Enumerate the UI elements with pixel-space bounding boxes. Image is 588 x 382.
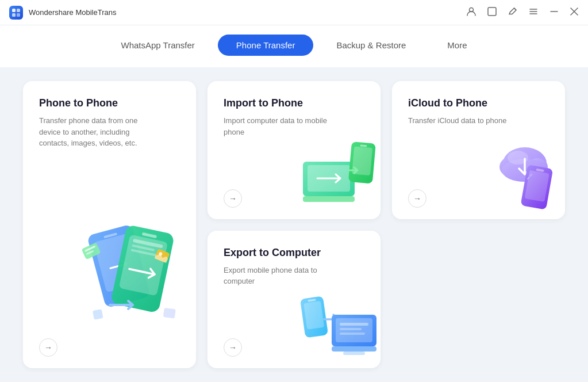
title-bar-left: Wondershare MobileTrans	[9, 6, 116, 20]
svg-rect-50	[340, 328, 362, 330]
window-controls	[466, 6, 579, 19]
card-icloud-to-phone[interactable]: iCloud to Phone Transfer iCloud data to …	[392, 81, 565, 219]
title-bar: Wondershare MobileTrans	[0, 0, 588, 25]
user-icon[interactable]	[466, 6, 476, 19]
close-icon[interactable]	[570, 7, 579, 18]
tab-backup-restore[interactable]: Backup & Restore	[318, 35, 424, 56]
edit-icon[interactable]	[508, 6, 518, 19]
svg-rect-48	[343, 352, 365, 355]
window-icon[interactable]	[487, 6, 497, 19]
card-icloud-arrow[interactable]: →	[408, 189, 426, 208]
import-illustration	[300, 139, 375, 208]
card-export-to-computer[interactable]: Export to Computer Export mobile phone d…	[207, 231, 381, 369]
card-phone-to-phone-desc: Transfer phone data from one device to a…	[39, 115, 143, 149]
export-illustration	[294, 293, 375, 362]
svg-rect-51	[340, 333, 365, 335]
svg-rect-0	[12, 9, 16, 12]
card-export-desc: Export mobile phone data to computer	[224, 265, 327, 287]
card-icloud-desc: Transfer iCloud data to phone	[408, 115, 512, 127]
tab-phone-transfer[interactable]: Phone Transfer	[218, 35, 314, 56]
card-phone-to-phone-title: Phone to Phone	[39, 97, 180, 109]
card-import-arrow[interactable]: →	[224, 189, 242, 208]
svg-rect-30	[303, 196, 355, 202]
svg-rect-49	[340, 323, 368, 326]
card-export-title: Export to Computer	[224, 247, 364, 259]
svg-rect-1	[17, 9, 20, 12]
svg-rect-3	[17, 13, 20, 17]
card-phone-to-phone-arrow[interactable]: →	[39, 338, 57, 357]
svg-rect-47	[332, 346, 376, 352]
svg-rect-2	[12, 13, 16, 17]
tab-more[interactable]: More	[429, 35, 485, 56]
svg-rect-26	[93, 309, 103, 320]
nav-bar: WhatsApp Transfer Phone Transfer Backup …	[0, 25, 588, 67]
app-name: Wondershare MobileTrans	[29, 8, 116, 17]
svg-rect-43	[303, 301, 324, 330]
main-content: Phone to Phone Transfer phone data from …	[0, 67, 588, 382]
card-export-arrow[interactable]: →	[224, 338, 242, 357]
phone-to-phone-illustration	[75, 219, 196, 334]
svg-rect-5	[488, 7, 496, 16]
svg-rect-27	[163, 308, 176, 319]
menu-icon[interactable]	[528, 6, 539, 19]
minimize-icon[interactable]	[549, 6, 559, 19]
app-icon	[9, 6, 23, 20]
icloud-illustration	[485, 139, 559, 208]
card-icloud-title: iCloud to Phone	[408, 97, 549, 109]
card-phone-to-phone[interactable]: Phone to Phone Transfer phone data from …	[23, 81, 196, 368]
tab-whatsapp-transfer[interactable]: WhatsApp Transfer	[102, 35, 213, 56]
card-import-desc: Import computer data to mobile phone	[224, 115, 327, 137]
card-import-title: Import to Phone	[224, 97, 364, 109]
card-import-to-phone[interactable]: Import to Phone Import computer data to …	[207, 81, 381, 219]
